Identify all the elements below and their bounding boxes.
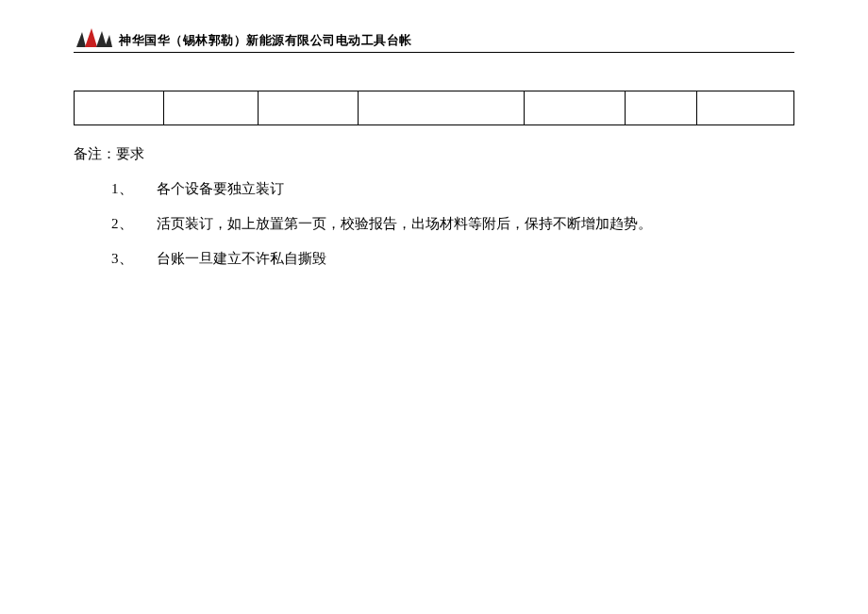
table-cell [75,91,164,125]
table-cell [524,91,625,125]
list-item: 2、 活页装订，如上放置第一页，校验报告，出场材料等附后，保持不断增加趋势。 [111,215,794,233]
list-item: 3、 台账一旦建立不许私自撕毁 [111,250,794,268]
empty-table-container [74,91,794,125]
company-logo-icon [74,26,113,49]
table-cell [625,91,696,125]
list-text: 各个设备要独立装订 [157,180,794,198]
table-row [75,91,794,125]
notes-title: 备注：要求 [74,145,794,163]
list-number: 1、 [111,180,157,198]
header-title: 神华国华（锡林郭勒）新能源有限公司电动工具台帐 [119,32,412,49]
list-number: 2、 [111,215,157,233]
table-cell [696,91,793,125]
list-item: 1、 各个设备要独立装订 [111,180,794,198]
ledger-table [74,91,794,125]
table-cell [258,91,359,125]
list-text: 台账一旦建立不许私自撕毁 [157,250,794,268]
table-cell [359,91,524,125]
list-number: 3、 [111,250,157,268]
list-text: 活页装订，如上放置第一页，校验报告，出场材料等附后，保持不断增加趋势。 [157,215,794,233]
table-cell [164,91,258,125]
document-header: 神华国华（锡林郭勒）新能源有限公司电动工具台帐 [74,26,794,53]
notes-list: 1、 各个设备要独立装订 2、 活页装订，如上放置第一页，校验报告，出场材料等附… [74,180,794,268]
notes-section: 备注：要求 1、 各个设备要独立装订 2、 活页装订，如上放置第一页，校验报告，… [74,145,794,285]
